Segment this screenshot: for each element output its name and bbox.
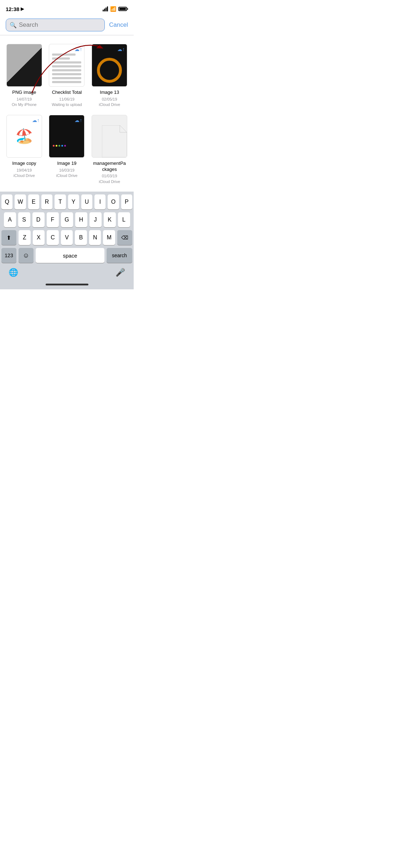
key-m[interactable]: M (103, 230, 115, 245)
signal-icon (103, 6, 108, 11)
file-name-imagecopy: Image copy (12, 161, 36, 167)
file-item-image19[interactable]: ☁↑ Image 19 16/03/19iCloud Drive (46, 112, 88, 189)
file-date-img13: 02/05/19iCloud Drive (99, 97, 120, 108)
key-f[interactable]: F (47, 212, 59, 227)
cancel-button[interactable]: Cancel (109, 21, 128, 29)
file-thumb-img19: ☁↑ (49, 115, 84, 158)
key-j[interactable]: J (89, 212, 102, 227)
file-item-image-copy[interactable]: ☁↑ 🏖️ Image copy 19/04/19iCloud Drive (3, 112, 46, 189)
search-input[interactable] (19, 21, 101, 29)
key-u[interactable]: U (81, 194, 92, 209)
key-g[interactable]: G (61, 212, 73, 227)
search-bar-row: 🔍 Cancel (0, 16, 134, 35)
microphone-icon[interactable]: 🎤 (115, 268, 125, 277)
key-x[interactable]: X (33, 230, 45, 245)
key-search[interactable]: search (107, 248, 132, 263)
cloud-upload-icon-imagecopy: ☁↑ (32, 117, 40, 123)
wifi-icon: 📶 (110, 6, 116, 12)
key-k[interactable]: K (104, 212, 116, 227)
location-icon: ▶ (21, 6, 24, 11)
key-y[interactable]: Y (68, 194, 79, 209)
file-name-img19: Image 19 (57, 161, 76, 167)
img19-dots (53, 145, 66, 147)
home-bar (46, 284, 88, 285)
key-h[interactable]: H (75, 212, 87, 227)
key-o[interactable]: O (108, 194, 119, 209)
file-date-png: 14/07/19On My iPhone (12, 97, 37, 108)
time-display: 12:38 (6, 6, 19, 12)
key-s[interactable]: S (18, 212, 30, 227)
cloud-upload-icon-img19: ☁↑ (74, 117, 82, 123)
key-p[interactable]: P (121, 194, 132, 209)
key-space[interactable]: space (36, 248, 104, 263)
search-input-wrap[interactable]: 🔍 (6, 19, 105, 31)
file-grid: PNG image 14/07/19On My iPhone ☁↑ Checkl… (0, 35, 134, 194)
key-d[interactable]: D (32, 212, 45, 227)
key-i[interactable]: I (94, 194, 106, 209)
file-thumb-checklist: ☁↑ (49, 44, 84, 87)
key-w[interactable]: W (15, 194, 26, 209)
key-n[interactable]: N (89, 230, 101, 245)
file-item-management-packages[interactable]: managementPackages 01/03/19iCloud Drive (88, 112, 131, 189)
keyboard-row-4: 123 ☺ space search (0, 245, 134, 264)
key-a[interactable]: A (4, 212, 16, 227)
keyboard-row-1: Q W E R T Y U I O P (0, 192, 134, 209)
file-date-imagecopy: 19/04/19iCloud Drive (14, 168, 35, 179)
file-name-png: PNG image (12, 90, 36, 96)
key-shift[interactable]: ⬆ (1, 230, 16, 245)
status-icons: 📶 (103, 6, 128, 12)
key-v[interactable]: V (61, 230, 73, 245)
file-item-png-image[interactable]: PNG image 14/07/19On My iPhone (3, 41, 46, 112)
globe-icon[interactable]: 🌐 (9, 268, 18, 277)
file-date-img19: 16/03/19iCloud Drive (56, 168, 78, 179)
key-e[interactable]: E (28, 194, 39, 209)
key-b[interactable]: B (75, 230, 87, 245)
keyboard-row-2: A S D F G H J K L (0, 209, 134, 227)
home-indicator (0, 279, 134, 289)
key-c[interactable]: C (47, 230, 59, 245)
key-numbers[interactable]: 123 (1, 248, 16, 263)
file-thumb-png (6, 44, 42, 87)
imagecopy-icon: 🏖️ (15, 128, 33, 144)
status-time: 12:38 ▶ (6, 6, 24, 12)
file-thumb-img13: ☁↑ (92, 44, 127, 87)
file-item-checklist-total[interactable]: ☁↑ Checklist Total 11/06/19Waiting to up… (46, 41, 88, 112)
file-name-checklist: Checklist Total (52, 90, 82, 96)
status-bar: 12:38 ▶ 📶 (0, 0, 134, 16)
img13-ring (97, 58, 122, 83)
file-thumb-imagecopy: ☁↑ 🏖️ (6, 115, 42, 158)
file-date-checklist: 11/06/19Waiting to upload (52, 97, 82, 108)
key-t[interactable]: T (55, 194, 66, 209)
file-name-mgmt: managementPackages (93, 161, 126, 173)
keyboard-bottom-bar: 🌐 🎤 (0, 264, 134, 279)
key-z[interactable]: Z (19, 230, 31, 245)
key-r[interactable]: R (41, 194, 52, 209)
keyboard: Q W E R T Y U I O P A S D F G H J K L ⬆ … (0, 192, 134, 289)
search-icon: 🔍 (10, 22, 17, 29)
file-thumb-mgmt (92, 115, 127, 158)
file-name-img13: Image 13 (100, 90, 119, 96)
key-delete[interactable]: ⌫ (117, 230, 132, 245)
key-q[interactable]: Q (1, 194, 12, 209)
battery-icon (118, 7, 128, 11)
keyboard-row-3: ⬆ Z X C V B N M ⌫ (0, 227, 134, 245)
key-emoji[interactable]: ☺ (19, 248, 34, 263)
cloud-upload-icon: ☁↑ (74, 46, 82, 52)
key-l[interactable]: L (118, 212, 130, 227)
file-item-image13[interactable]: ☁↑ Image 13 02/05/19iCloud Drive (88, 41, 131, 112)
file-date-mgmt: 01/03/19iCloud Drive (99, 173, 120, 184)
cloud-upload-icon-img13: ☁↑ (117, 46, 125, 52)
